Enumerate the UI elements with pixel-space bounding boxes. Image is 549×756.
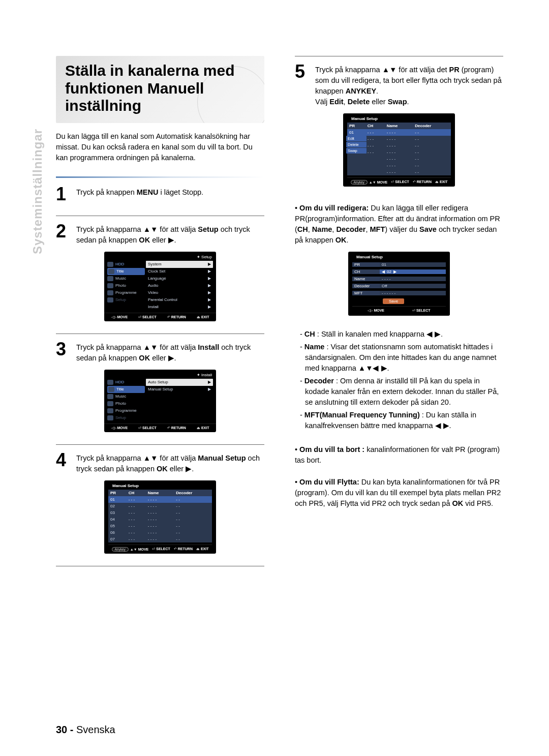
step-number: 1 bbox=[56, 185, 71, 203]
osd-anykey-menu-screenshot: Manual Setup PRCHNameDecoder 01- - -- - … bbox=[343, 113, 455, 187]
edit-bullet: • Om du vill redigera: Du kan lägga till… bbox=[295, 203, 503, 246]
step-text: Tryck på knapparna ▲▼ för att välja Inst… bbox=[76, 340, 264, 364]
osd-edit-form-screenshot: Manual Setup PR01 CH◀02▶ Name- - - - Dec… bbox=[348, 252, 450, 316]
defn-decoder: - Decoder : Om denna är inställd till På… bbox=[300, 376, 503, 408]
page-columns: Ställa in kanalerna med funktionen Manue… bbox=[56, 56, 503, 572]
thin-divider bbox=[295, 56, 503, 56]
step-1: 1 Tryck på knappen MENU i läget Stopp. bbox=[56, 185, 264, 203]
section-side-label: Systeminställningar bbox=[30, 129, 45, 254]
page-title: Ställa in kanalerna med funktionen Manue… bbox=[65, 62, 255, 115]
step-number: 3 bbox=[56, 340, 71, 364]
thin-divider bbox=[56, 216, 264, 216]
osd-manual-setup-table: Manual Setup PRCHNameDecoder 01- - -- - … bbox=[104, 480, 216, 554]
step-number: 5 bbox=[295, 63, 310, 107]
thin-divider bbox=[56, 444, 264, 445]
step-text: Tryck på knapparna ▲▼ för att välja Setu… bbox=[76, 222, 264, 246]
step-text: Tryck på knapparna ▲▼ för att välja Manu… bbox=[76, 451, 264, 474]
move-bullet: • Om du vill Flytta: Du kan byta kanalin… bbox=[295, 477, 503, 509]
gradient-divider bbox=[56, 176, 264, 178]
thin-divider bbox=[56, 334, 264, 334]
page-footer: 30 - Svenska bbox=[56, 724, 115, 736]
step-number: 4 bbox=[56, 451, 71, 474]
left-column: Ställa in kanalerna med funktionen Manue… bbox=[56, 56, 264, 572]
delete-bullet: • Om du vill ta bort : kanalinformatione… bbox=[295, 444, 503, 466]
step-number: 2 bbox=[56, 222, 71, 246]
step-4: 4 Tryck på knapparna ▲▼ för att välja Ma… bbox=[56, 451, 264, 474]
thin-divider bbox=[56, 566, 264, 566]
step-2: 2 Tryck på knapparna ▲▼ för att välja Se… bbox=[56, 222, 264, 246]
step-text: Tryck på knapparna ▲▼ för att välja det … bbox=[315, 63, 503, 107]
defn-mft: - MFT(Manual Frequency Tunning) : Du kan… bbox=[300, 410, 503, 431]
defn-name: - Name : Visar det stationsnamn som auto… bbox=[300, 342, 503, 374]
osd-install-screenshot: ✦ Install HDD Title Music Photo Programm… bbox=[104, 370, 216, 432]
step-5: 5 Tryck på knapparna ▲▼ för att välja de… bbox=[295, 63, 503, 107]
step-text: Tryck på knappen MENU i läget Stopp. bbox=[76, 185, 203, 203]
defn-ch: - CH : Ställ in kanalen med knapparna ◀ … bbox=[300, 329, 503, 340]
intro-paragraph: Du kan lägga till en kanal som Automatis… bbox=[56, 131, 264, 163]
page-title-box: Ställa in kanalerna med funktionen Manue… bbox=[56, 56, 264, 123]
osd-setup-screenshot: ✦ Setup HDD Title Music Photo Programme … bbox=[104, 252, 216, 321]
right-column: 5 Tryck på knapparna ▲▼ för att välja de… bbox=[295, 56, 503, 572]
step-3: 3 Tryck på knapparna ▲▼ för att välja In… bbox=[56, 340, 264, 364]
